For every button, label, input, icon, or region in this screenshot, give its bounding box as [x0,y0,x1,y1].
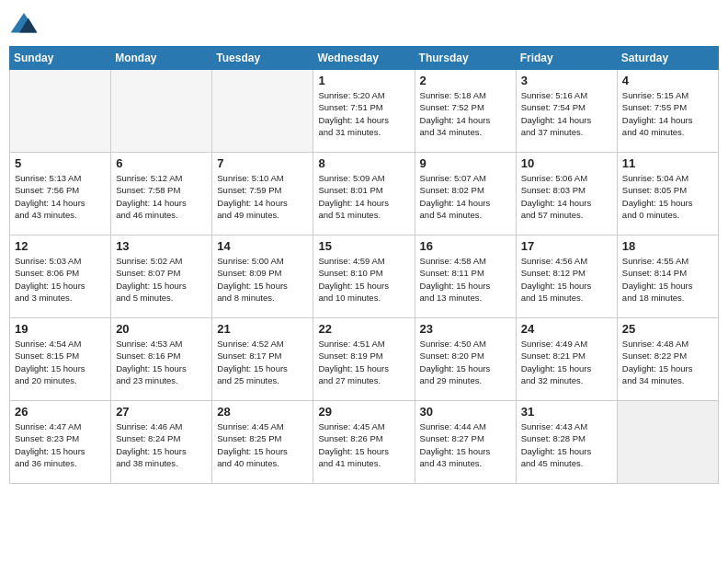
calendar-cell: 17Sunrise: 4:56 AM Sunset: 8:12 PM Dayli… [516,236,617,318]
cell-content: Sunrise: 5:16 AM Sunset: 7:54 PM Dayligh… [521,89,612,138]
day-number: 18 [622,239,713,253]
day-number: 1 [318,74,409,87]
cell-content: Sunrise: 4:43 AM Sunset: 8:28 PM Dayligh… [521,420,612,469]
calendar-cell: 10Sunrise: 5:06 AM Sunset: 8:03 PM Dayli… [516,153,617,236]
calendar-cell: 31Sunrise: 4:43 AM Sunset: 8:28 PM Dayli… [516,401,617,484]
calendar-cell: 8Sunrise: 5:09 AM Sunset: 8:01 PM Daylig… [313,153,415,236]
cell-content: Sunrise: 4:44 AM Sunset: 8:27 PM Dayligh… [420,420,511,469]
weekday-monday: Monday [111,47,212,70]
cell-content: Sunrise: 4:47 AM Sunset: 8:23 PM Dayligh… [15,420,106,469]
weekday-thursday: Thursday [415,47,516,70]
page-header [9,9,719,39]
week-row-4: 19Sunrise: 4:54 AM Sunset: 8:15 PM Dayli… [10,318,719,401]
day-number: 2 [420,74,511,87]
day-number: 3 [521,74,612,87]
calendar-cell: 12Sunrise: 5:03 AM Sunset: 8:06 PM Dayli… [10,236,111,318]
cell-content: Sunrise: 4:45 AM Sunset: 8:26 PM Dayligh… [318,420,409,469]
calendar-header: SundayMondayTuesdayWednesdayThursdayFrid… [10,47,719,70]
day-number: 5 [15,156,106,170]
day-number: 8 [318,156,409,170]
day-number: 21 [217,322,308,336]
calendar-cell: 30Sunrise: 4:44 AM Sunset: 8:27 PM Dayli… [415,401,516,484]
cell-content: Sunrise: 4:58 AM Sunset: 8:11 PM Dayligh… [420,255,511,304]
day-number: 10 [521,156,612,170]
day-number: 6 [116,156,207,170]
cell-content: Sunrise: 5:07 AM Sunset: 8:02 PM Dayligh… [420,172,511,221]
cell-content: Sunrise: 5:00 AM Sunset: 8:09 PM Dayligh… [217,255,308,304]
cell-content: Sunrise: 4:53 AM Sunset: 8:16 PM Dayligh… [116,338,207,386]
day-number: 9 [420,156,511,170]
calendar-body: 1Sunrise: 5:20 AM Sunset: 7:51 PM Daylig… [10,70,719,484]
cell-content: Sunrise: 5:20 AM Sunset: 7:51 PM Dayligh… [318,89,409,138]
cell-content: Sunrise: 5:12 AM Sunset: 7:58 PM Dayligh… [116,172,207,221]
calendar-cell: 22Sunrise: 4:51 AM Sunset: 8:19 PM Dayli… [313,318,415,401]
logo [9,9,42,39]
calendar-cell: 13Sunrise: 5:02 AM Sunset: 8:07 PM Dayli… [111,236,212,318]
day-number: 25 [622,322,713,336]
calendar-cell: 24Sunrise: 4:49 AM Sunset: 8:21 PM Dayli… [516,318,617,401]
cell-content: Sunrise: 5:09 AM Sunset: 8:01 PM Dayligh… [318,172,409,221]
day-number: 22 [318,322,409,336]
calendar-cell: 27Sunrise: 4:46 AM Sunset: 8:24 PM Dayli… [111,401,212,484]
calendar-cell: 4Sunrise: 5:15 AM Sunset: 7:55 PM Daylig… [617,70,718,153]
cell-content: Sunrise: 4:59 AM Sunset: 8:10 PM Dayligh… [318,255,409,304]
calendar-cell: 9Sunrise: 5:07 AM Sunset: 8:02 PM Daylig… [415,153,516,236]
cell-content: Sunrise: 4:45 AM Sunset: 8:25 PM Dayligh… [217,420,308,469]
day-number: 27 [116,405,207,419]
calendar-cell: 1Sunrise: 5:20 AM Sunset: 7:51 PM Daylig… [313,70,415,153]
week-row-5: 26Sunrise: 4:47 AM Sunset: 8:23 PM Dayli… [10,401,719,484]
day-number: 11 [622,156,713,170]
calendar-cell: 18Sunrise: 4:55 AM Sunset: 8:14 PM Dayli… [617,236,718,318]
day-number: 4 [622,74,713,87]
cell-content: Sunrise: 4:48 AM Sunset: 8:22 PM Dayligh… [622,338,713,386]
day-number: 19 [15,322,106,336]
week-row-2: 5Sunrise: 5:13 AM Sunset: 7:56 PM Daylig… [10,153,719,236]
calendar-cell [111,70,212,153]
calendar-cell [10,70,111,153]
cell-content: Sunrise: 4:56 AM Sunset: 8:12 PM Dayligh… [521,255,612,304]
calendar-cell: 15Sunrise: 4:59 AM Sunset: 8:10 PM Dayli… [313,236,415,318]
day-number: 26 [15,405,106,419]
cell-content: Sunrise: 5:06 AM Sunset: 8:03 PM Dayligh… [521,172,612,221]
calendar-cell: 26Sunrise: 4:47 AM Sunset: 8:23 PM Dayli… [10,401,111,484]
calendar-cell: 20Sunrise: 4:53 AM Sunset: 8:16 PM Dayli… [111,318,212,401]
day-number: 24 [521,322,612,336]
calendar-cell: 5Sunrise: 5:13 AM Sunset: 7:56 PM Daylig… [10,153,111,236]
calendar-cell: 23Sunrise: 4:50 AM Sunset: 8:20 PM Dayli… [415,318,516,401]
calendar-cell: 19Sunrise: 4:54 AM Sunset: 8:15 PM Dayli… [10,318,111,401]
weekday-friday: Friday [516,47,617,70]
calendar-cell: 3Sunrise: 5:16 AM Sunset: 7:54 PM Daylig… [516,70,617,153]
day-number: 29 [318,405,409,419]
day-number: 31 [521,405,612,419]
weekday-row: SundayMondayTuesdayWednesdayThursdayFrid… [10,47,719,70]
weekday-sunday: Sunday [10,47,111,70]
day-number: 7 [217,156,308,170]
calendar-cell: 14Sunrise: 5:00 AM Sunset: 8:09 PM Dayli… [212,236,313,318]
week-row-3: 12Sunrise: 5:03 AM Sunset: 8:06 PM Dayli… [10,236,719,318]
day-number: 12 [15,239,106,253]
cell-content: Sunrise: 4:49 AM Sunset: 8:21 PM Dayligh… [521,338,612,386]
cell-content: Sunrise: 5:10 AM Sunset: 7:59 PM Dayligh… [217,172,308,221]
cell-content: Sunrise: 4:55 AM Sunset: 8:14 PM Dayligh… [622,255,713,304]
cell-content: Sunrise: 5:13 AM Sunset: 7:56 PM Dayligh… [15,172,106,221]
weekday-tuesday: Tuesday [212,47,313,70]
calendar-table: SundayMondayTuesdayWednesdayThursdayFrid… [9,46,719,484]
calendar-cell [212,70,313,153]
cell-content: Sunrise: 5:15 AM Sunset: 7:55 PM Dayligh… [622,89,713,138]
day-number: 23 [420,322,511,336]
cell-content: Sunrise: 4:51 AM Sunset: 8:19 PM Dayligh… [318,338,409,386]
day-number: 13 [116,239,207,253]
calendar-cell: 6Sunrise: 5:12 AM Sunset: 7:58 PM Daylig… [111,153,212,236]
calendar-cell: 25Sunrise: 4:48 AM Sunset: 8:22 PM Dayli… [617,318,718,401]
calendar-cell: 21Sunrise: 4:52 AM Sunset: 8:17 PM Dayli… [212,318,313,401]
week-row-1: 1Sunrise: 5:20 AM Sunset: 7:51 PM Daylig… [10,70,719,153]
cell-content: Sunrise: 5:04 AM Sunset: 8:05 PM Dayligh… [622,172,713,221]
cell-content: Sunrise: 4:50 AM Sunset: 8:20 PM Dayligh… [420,338,511,386]
day-number: 30 [420,405,511,419]
logo-icon [9,9,39,39]
cell-content: Sunrise: 4:54 AM Sunset: 8:15 PM Dayligh… [15,338,106,386]
calendar-cell [617,401,718,484]
cell-content: Sunrise: 4:46 AM Sunset: 8:24 PM Dayligh… [116,420,207,469]
day-number: 28 [217,405,308,419]
calendar-cell: 2Sunrise: 5:18 AM Sunset: 7:52 PM Daylig… [415,70,516,153]
